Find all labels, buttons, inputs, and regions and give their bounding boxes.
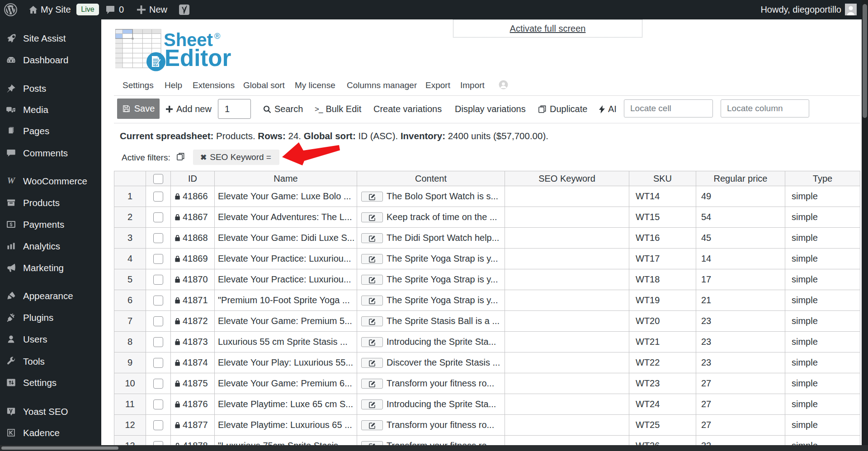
- svg-text:W: W: [7, 176, 16, 185]
- svg-text:Editor: Editor: [165, 45, 231, 71]
- svg-text:®: ®: [214, 32, 220, 41]
